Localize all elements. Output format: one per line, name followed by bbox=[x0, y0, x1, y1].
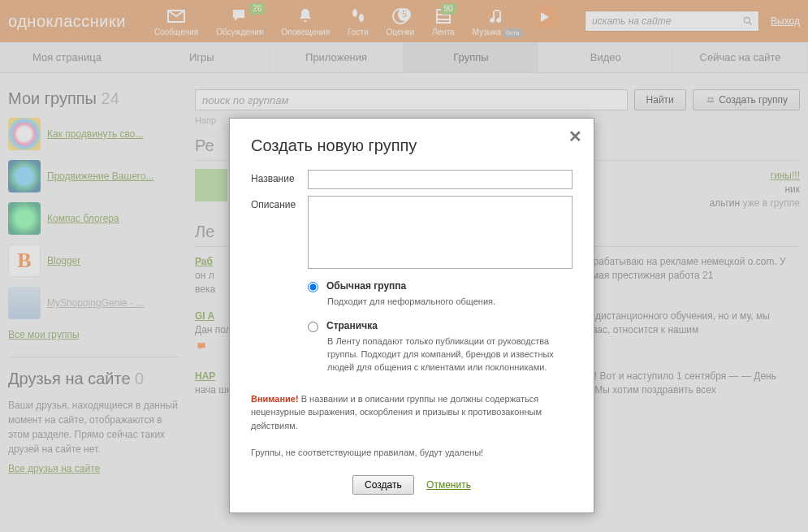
modal-title: Создать новую группу bbox=[251, 136, 573, 155]
modal-close-button[interactable]: ✕ bbox=[568, 127, 582, 146]
name-row: Название bbox=[251, 170, 573, 189]
warning-text: Внимание! В названии и в описании группы… bbox=[251, 392, 573, 460]
modal-body: Создать новую группу Название Описание О… bbox=[230, 119, 594, 513]
group-name-input[interactable] bbox=[308, 170, 573, 189]
name-label: Название bbox=[251, 170, 308, 189]
modal-actions: Создать Отменить bbox=[251, 475, 573, 495]
page-radio[interactable] bbox=[308, 322, 318, 332]
create-submit-button[interactable]: Создать bbox=[352, 475, 414, 495]
cancel-link[interactable]: Отменить bbox=[426, 479, 471, 491]
type-option-page[interactable]: Страничка bbox=[308, 320, 573, 332]
group-desc-input[interactable] bbox=[308, 196, 573, 269]
regular-radio[interactable] bbox=[308, 282, 318, 292]
page-desc: В Ленту попадают только публикации от ру… bbox=[327, 335, 573, 374]
type-option-regular[interactable]: Обычная группа bbox=[308, 280, 573, 292]
regular-desc: Подходит для неформального общения. bbox=[327, 296, 573, 309]
desc-label: Описание bbox=[251, 196, 308, 269]
desc-row: Описание bbox=[251, 196, 573, 269]
create-group-modal: ✕ Создать новую группу Название Описание… bbox=[229, 118, 594, 513]
